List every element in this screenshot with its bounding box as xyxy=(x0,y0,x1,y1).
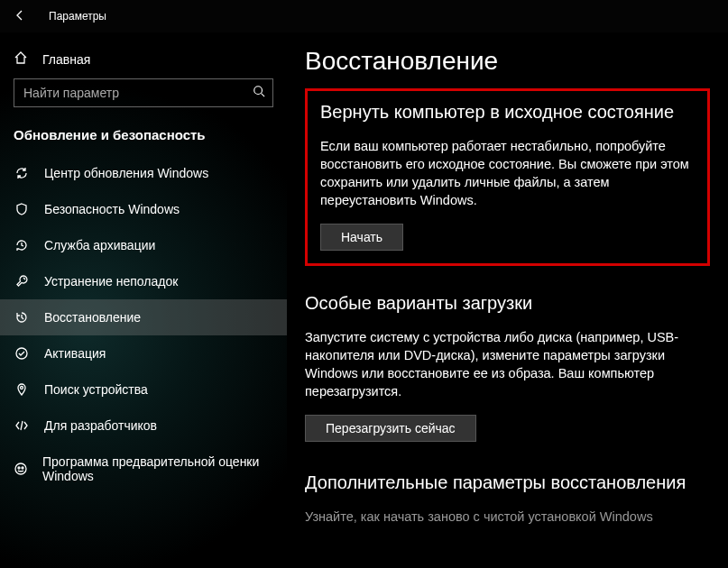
sidebar-item-update[interactable]: Центр обновления Windows xyxy=(0,155,287,191)
sidebar-item-label: Для разработчиков xyxy=(44,418,157,433)
svg-point-0 xyxy=(254,87,263,95)
sidebar-item-backup[interactable]: Служба архивации xyxy=(0,227,287,263)
sidebar-item-recovery[interactable]: Восстановление xyxy=(0,299,287,335)
search-icon[interactable] xyxy=(253,85,265,101)
reset-start-button[interactable]: Начать xyxy=(320,224,403,251)
advanced-heading: Особые варианты загрузки xyxy=(305,293,710,314)
page-title: Восстановление xyxy=(305,47,710,76)
sidebar-item-label: Поиск устройства xyxy=(44,382,148,397)
svg-point-1 xyxy=(16,348,27,359)
sidebar-item-label: Устранение неполадок xyxy=(44,274,178,289)
svg-point-5 xyxy=(22,467,23,469)
sidebar-item-security[interactable]: Безопасность Windows xyxy=(0,191,287,227)
home-label: Главная xyxy=(42,52,90,67)
sidebar-item-label: Активация xyxy=(44,346,106,361)
advanced-startup-section: Особые варианты загрузки Запустите систе… xyxy=(305,293,710,442)
sidebar-section-title: Обновление и безопасность xyxy=(0,122,287,155)
sidebar-item-insider[interactable]: Программа предварительной оценки Windows xyxy=(0,444,287,494)
sidebar-item-activation[interactable]: Активация xyxy=(0,335,287,371)
backup-icon xyxy=(14,238,30,252)
search-box[interactable] xyxy=(14,78,273,107)
restart-now-button[interactable]: Перезагрузить сейчас xyxy=(305,415,476,442)
sidebar-item-troubleshoot[interactable]: Устранение неполадок xyxy=(0,263,287,299)
reset-section-highlight: Вернуть компьютер в исходное состояние Е… xyxy=(305,88,710,266)
window-title: Параметры xyxy=(49,10,106,23)
sidebar-nav: Центр обновления Windows Безопасность Wi… xyxy=(0,155,287,568)
sidebar-item-label: Программа предварительной оценки Windows xyxy=(42,454,273,483)
svg-point-4 xyxy=(18,467,20,469)
home-button[interactable]: Главная xyxy=(14,41,273,78)
recovery-icon xyxy=(14,310,30,325)
reset-heading: Вернуть компьютер в исходное состояние xyxy=(320,102,695,123)
more-recovery-section: Дополнительные параметры восстановления … xyxy=(305,472,710,526)
location-icon xyxy=(14,382,30,397)
more-heading: Дополнительные параметры восстановления xyxy=(305,472,710,493)
sidebar-item-developers[interactable]: Для разработчиков xyxy=(0,408,287,444)
sidebar-item-label: Центр обновления Windows xyxy=(44,166,208,180)
advanced-text: Запустите систему с устройства либо диск… xyxy=(305,328,710,400)
more-text[interactable]: Узнайте, как начать заново с чистой уста… xyxy=(305,508,710,526)
back-icon[interactable] xyxy=(13,8,27,25)
wrench-icon xyxy=(14,274,30,289)
reset-text: Если ваш компьютер работает нестабильно,… xyxy=(320,137,695,209)
sidebar-item-label: Восстановление xyxy=(44,310,141,325)
sync-icon xyxy=(14,166,30,180)
home-icon xyxy=(14,50,28,68)
search-input[interactable] xyxy=(23,86,253,100)
sidebar-item-label: Безопасность Windows xyxy=(44,202,180,216)
sidebar-item-find-device[interactable]: Поиск устройства xyxy=(0,371,287,408)
sidebar-item-label: Служба архивации xyxy=(44,238,155,252)
insider-icon xyxy=(14,462,28,476)
shield-icon xyxy=(14,202,30,216)
svg-point-2 xyxy=(21,387,23,389)
check-circle-icon xyxy=(14,346,30,361)
svg-point-3 xyxy=(15,463,26,474)
code-icon xyxy=(14,418,30,433)
